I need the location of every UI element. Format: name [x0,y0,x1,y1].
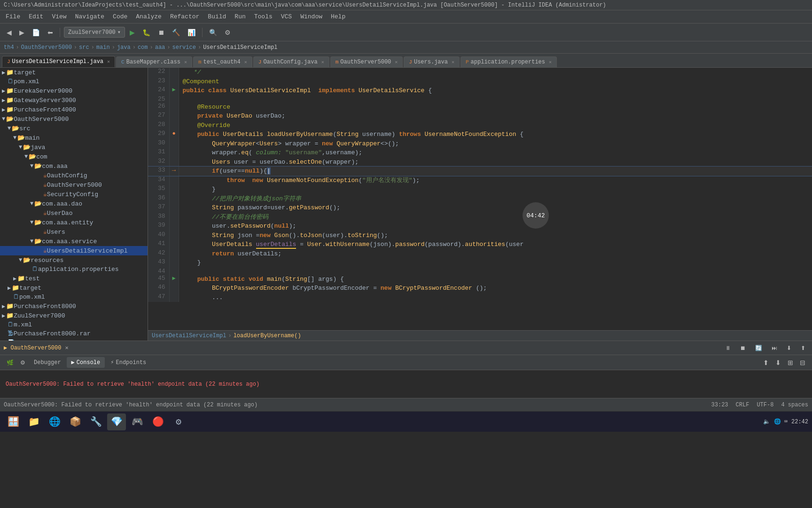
run-control-btn[interactable]: ⏸ [722,343,734,353]
tab-usersdetailserviceimpl[interactable]: J UsersDetailServiceImpl.java ✕ [2,56,115,67]
sidebar-item-comaaaservice[interactable]: ▼ 📂 com.aaa.service [0,237,148,246]
sidebar-item-rar[interactable]: 🗜 PurchaseFront8000.rar [0,329,148,338]
breadcrumb-main[interactable]: main [96,44,110,51]
breadcrumb-class[interactable]: UsersDetailServiceImpl [152,333,226,339]
menu-view[interactable]: View [48,12,70,22]
step-into-btn[interactable]: ⬇ [784,343,794,353]
taskbar-app7-btn[interactable]: 🔴 [148,413,167,430]
tab-endpoints[interactable]: ⚡ Endpoints [106,357,151,368]
close-icon[interactable]: ✕ [321,59,324,65]
back-button[interactable]: ◀ [4,27,15,38]
code-editor[interactable]: 22 */ 23 @Component 24 ▶ public [148,68,812,330]
sidebar-item-appprops[interactable]: 🗒 application.properties [0,265,148,274]
tab-users[interactable]: J Users.java ✕ [404,56,460,67]
taskbar-file-btn[interactable]: 📁 [24,413,43,430]
sidebar-item-userdao[interactable]: ☕ UserDao [0,208,148,218]
sidebar-item-resources[interactable]: ▼ 📂 resources [0,255,148,265]
stop-control-btn[interactable]: ⏹ [737,343,749,353]
close-icon[interactable]: ✕ [107,59,110,64]
taskbar-chrome-btn[interactable]: 🌐 [45,413,64,430]
sidebar-item-mxml[interactable]: 🗒 m.xml [0,320,148,329]
sidebar-item-oauthserver[interactable]: ▼ 📂 OauthServer5000 [0,114,148,124]
menu-window[interactable]: Window [297,12,326,22]
menu-navigate[interactable]: Navigate [71,12,108,22]
close-icon[interactable]: ✕ [184,59,187,65]
restart-control-btn[interactable]: 🔄 [752,343,765,353]
sidebar-item-src[interactable]: ▼ 📂 src [0,124,148,133]
breadcrumb-th4[interactable]: th4 [4,44,14,51]
tab-application-properties[interactable]: P application.properties ✕ [461,56,557,67]
close-icon[interactable]: ✕ [244,59,247,65]
menu-refactor[interactable]: Refactor [166,12,203,22]
sidebar-item-test[interactable]: ▶ 📁 test [0,274,148,283]
sidebar-item-gateway[interactable]: ▶ 📁 GatewayServer3000 [0,95,148,105]
menu-build[interactable]: Build [204,12,230,22]
close-tab-icon[interactable]: ✕ [65,344,68,351]
sidebar-item-oauthconfig[interactable]: ☕ OauthConfig [0,171,148,180]
run-config-dropdown[interactable]: ZuulServer7000 ▾ [64,27,125,38]
sidebar-item-securityconfig[interactable]: ☕ SecurityConfig [0,190,148,199]
tab-oauthconfig[interactable]: J OauthConfig.java ✕ [253,56,329,67]
stop-button[interactable]: ⏹ [155,27,167,38]
search-button[interactable]: 🔍 [206,27,220,38]
debug-filter-btn[interactable]: ⚙ [17,357,28,368]
tab-test-oauth4[interactable]: m test_oauth4 ✕ [193,56,252,67]
breadcrumb-service[interactable]: service [172,44,196,51]
menu-file[interactable]: File [2,12,24,22]
taskbar-app4-btn[interactable]: 🔧 [86,413,105,430]
menu-code[interactable]: Code [109,12,131,22]
coverage-button[interactable]: 📊 [185,27,198,38]
breadcrumb-oauthserver[interactable]: OauthServer5000 [21,44,72,51]
console-ctrl-table[interactable]: ⊟ [797,357,808,368]
breadcrumb-java[interactable]: java [117,44,131,51]
sidebar-item-usersdetailserviceimpl[interactable]: ☕ UsersDetailServiceImpl [0,246,148,255]
sidebar-item-oauthserver5000class[interactable]: ☕ OauthServer5000 [0,180,148,190]
tab-basemapper[interactable]: C BaseMapper.class ✕ [116,56,192,67]
git-button[interactable]: ⚙ [222,27,234,38]
breadcrumb-aaa[interactable]: aaa [155,44,165,51]
taskbar-app6-btn[interactable]: 🎮 [128,413,147,430]
close-icon[interactable]: ✕ [395,59,398,65]
step-out-btn[interactable]: ⬆ [798,343,808,353]
breadcrumb-method[interactable]: loadUserByUsername() [234,333,301,339]
sidebar-item-pomxml[interactable]: 🗒 pom.xml [0,77,148,86]
menu-run[interactable]: Run [231,12,249,22]
sidebar-item-iml[interactable]: 📄 test_oauth4.iml [0,338,148,341]
taskbar-idea-btn[interactable]: 💎 [107,413,126,430]
debug-tree-btn[interactable]: 🌿 [4,357,16,368]
breadcrumb-com[interactable]: com [138,44,148,51]
debug-gutter-icon[interactable]: ● [172,130,175,137]
sidebar-item-eurekaserver[interactable]: ▶ 📁 EurekaServer9000 [0,86,148,95]
navigate-back-button[interactable]: ⬅ [45,27,56,38]
run-gutter-icon[interactable]: ▶ [172,87,175,93]
sidebar-item-com[interactable]: ▼ 📂 com [0,152,148,161]
breadcrumb-src[interactable]: src [79,44,89,51]
sidebar-item-pom2[interactable]: 🗒 pom.xml [0,293,148,302]
taskbar-app3-btn[interactable]: 📦 [66,413,85,430]
sidebar-item-purchase4000[interactable]: ▶ 📁 PurchaseFront4000 [0,105,148,114]
step-over-btn[interactable]: ⏭ [769,343,780,353]
run-button[interactable]: ▶ [127,27,138,38]
console-ctrl-grid[interactable]: ⊞ [785,357,796,368]
menu-help[interactable]: Help [327,12,349,22]
sidebar-item-comaaadao[interactable]: ▼ 📂 com.aaa.dao [0,199,148,208]
menu-edit[interactable]: Edit [25,12,47,22]
close-icon[interactable]: ✕ [549,59,552,65]
console-ctrl-up[interactable]: ⬆ [760,357,772,368]
sidebar-item-comaaa[interactable]: ▼ 📂 com.aaa [0,161,148,171]
sidebar-item-users[interactable]: ☕ Users [0,227,148,237]
tab-oauthserver5000[interactable]: m OauthServer5000 ✕ [330,56,403,67]
sidebar-item-target[interactable]: ▶ 📁 target [0,68,148,77]
forward-button[interactable]: ▶ [16,27,27,38]
sidebar-item-zuul7000[interactable]: ▶ 📁 ZuulServer7000 [0,311,148,320]
debug-button[interactable]: 🐛 [140,27,153,38]
console-ctrl-down[interactable]: ⬇ [773,357,784,368]
build-button[interactable]: 🔨 [169,27,183,38]
menu-tools[interactable]: Tools [250,12,276,22]
menu-vcs[interactable]: VCS [277,12,296,22]
sidebar-item-target2[interactable]: ▶ 📁 target [0,283,148,293]
run-gutter-icon[interactable]: ▶ [172,275,175,282]
close-icon[interactable]: ✕ [452,59,454,65]
recent-files-button[interactable]: 📄 [29,27,43,38]
sidebar-item-java[interactable]: ▼ 📂 java [0,143,148,152]
